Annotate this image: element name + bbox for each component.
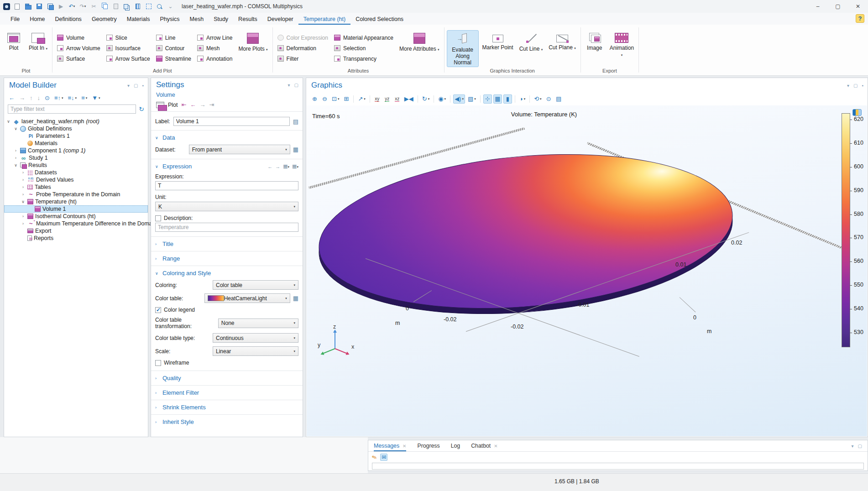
search-button[interactable] <box>156 3 163 10</box>
view-xz-icon[interactable]: xz <box>393 94 402 104</box>
model-tree-nodes-button[interactable]: ≡▾ <box>81 94 87 101</box>
cut-button[interactable]: ✂ <box>90 3 98 10</box>
wireframe-checkbox[interactable] <box>155 360 161 366</box>
run-button[interactable]: ▶ <box>57 3 65 10</box>
surface-button[interactable]: Surface <box>55 54 103 63</box>
move-down-button[interactable]: ↓ <box>37 94 41 101</box>
tab-colored-selections[interactable]: Colored Selections <box>350 13 408 25</box>
tab-chatbot[interactable]: Chatbot ✕ <box>471 440 497 451</box>
expression-input[interactable] <box>155 181 298 190</box>
material-appearance-button[interactable]: Material Appearance <box>332 33 396 42</box>
undo-button[interactable]: ↶▾ <box>68 3 76 10</box>
arrow-line-button[interactable]: Arrow Line <box>195 33 235 42</box>
transparency-button[interactable]: Transparency <box>332 54 396 63</box>
tab-log[interactable]: Log <box>451 440 460 451</box>
arrow-volume-button[interactable]: Arrow Volume <box>55 43 103 53</box>
panel-float-icon[interactable]: ▢ <box>134 83 138 88</box>
dataset-dropdown[interactable]: From parent ▾ <box>189 145 290 154</box>
chevron-right-icon[interactable]: › <box>13 148 18 153</box>
chevron-right-icon[interactable]: › <box>21 192 26 197</box>
message-window-icon[interactable]: ✉ <box>380 454 387 461</box>
expand-tree-button[interactable]: ≡↑▾ <box>54 94 63 101</box>
description-checkbox[interactable] <box>155 215 161 221</box>
tab-mesh[interactable]: Mesh <box>185 13 209 25</box>
replace-expression-icon[interactable]: ▦▾ <box>283 163 289 169</box>
tree-item-isothermal-contours[interactable]: › Isothermal Contours (ht) <box>4 213 148 220</box>
tab-messages[interactable]: Messages ✕ <box>374 440 406 451</box>
duplicate-button[interactable] <box>123 3 131 10</box>
clear-messages-icon[interactable]: ✎ <box>371 453 378 461</box>
image-button[interactable]: Image <box>583 30 606 52</box>
tab-file[interactable]: File <box>5 13 25 25</box>
more-plots-button[interactable]: More Plots ▾ <box>236 30 270 54</box>
select-box-button[interactable] <box>145 3 152 10</box>
tree-item-parameters[interactable]: Parameters 1 <box>4 132 148 140</box>
tree-item-component[interactable]: › Component 1 (comp 1) <box>4 147 148 154</box>
coloring-dropdown[interactable]: Color table ▾ <box>213 280 298 290</box>
section-shrink-elements-header[interactable]: › Shrink Elements <box>155 404 298 411</box>
plot-settings-icon[interactable] <box>852 109 862 116</box>
close-button[interactable]: ✕ <box>848 0 868 13</box>
chevron-down-icon[interactable]: ∨ <box>13 126 18 131</box>
section-range-header[interactable]: › Range <box>155 255 298 262</box>
tab-study[interactable]: Study <box>209 13 233 25</box>
arrow-surface-button[interactable]: Arrow Surface <box>104 54 152 63</box>
tab-home[interactable]: Home <box>25 13 50 25</box>
color-legend-checkbox[interactable] <box>155 307 161 313</box>
close-tab-icon[interactable]: ✕ <box>403 444 406 449</box>
tab-results[interactable]: Results <box>233 13 262 25</box>
panel-float-icon[interactable]: ▢ <box>853 83 858 88</box>
section-quality-header[interactable]: › Quality <box>155 375 298 381</box>
show-axes-toggle[interactable]: ⊹ <box>483 94 492 104</box>
forward-button[interactable]: → <box>19 94 25 101</box>
selection-button[interactable]: Selection <box>332 43 396 53</box>
tab-physics[interactable]: Physics <box>155 13 184 25</box>
tree-item-datasets[interactable]: › Datasets <box>4 169 148 176</box>
go-to-dataset-icon[interactable]: ▦ <box>293 146 298 153</box>
close-tab-icon[interactable]: ✕ <box>494 444 497 449</box>
plot-button[interactable]: Plot <box>2 30 25 52</box>
sound-icon[interactable]: ◀)▾ <box>453 94 465 104</box>
description-input[interactable] <box>155 223 298 232</box>
rotate-view-icon[interactable]: ↻▾ <box>421 94 431 104</box>
annotation-button[interactable]: Annotation <box>195 54 235 63</box>
section-element-filter-header[interactable]: › Element Filter <box>155 389 298 396</box>
transparency-view-icon[interactable]: ▧▾ <box>466 94 477 104</box>
cut-line-button[interactable]: Cut Line ▾ <box>517 30 545 54</box>
evaluate-along-normal-button[interactable]: Evaluate Along Normal <box>447 30 479 67</box>
plot-in-button[interactable]: Plot In ▾ <box>26 30 50 53</box>
tab-materials[interactable]: Materials <box>122 13 155 25</box>
contour-button[interactable]: Contour <box>154 43 193 53</box>
snapshot-icon[interactable]: ⊙ <box>544 94 553 104</box>
tab-progress[interactable]: Progress <box>417 440 439 451</box>
panel-pin-icon[interactable]: ▪ <box>862 83 863 88</box>
chevron-down-icon[interactable]: ∨ <box>13 163 18 167</box>
minimize-button[interactable]: – <box>808 0 828 13</box>
filter-button[interactable]: Filter <box>275 54 330 63</box>
tree-item-results[interactable]: ∨ Results <box>4 162 148 169</box>
tab-geometry[interactable]: Geometry <box>87 13 122 25</box>
help-button[interactable]: ? <box>856 14 864 23</box>
first-plot-icon[interactable]: ⇤ <box>182 101 187 108</box>
tree-item-tables[interactable]: › Tables <box>4 183 148 191</box>
chevron-right-icon[interactable]: › <box>13 156 18 160</box>
mirror-view-icon[interactable]: ▶◀ <box>403 94 415 104</box>
section-coloring-header[interactable]: ∨ Coloring and Style <box>155 270 298 277</box>
panel-float-icon[interactable]: ▢ <box>294 83 298 88</box>
panel-menu-icon[interactable]: ▾ <box>852 444 854 449</box>
update-plot-icon[interactable]: ⟲▾ <box>533 94 543 104</box>
panel-menu-icon[interactable]: ▾ <box>847 83 849 88</box>
zoom-box-icon[interactable]: ⊡▾ <box>330 94 340 104</box>
maximize-button[interactable]: ▢ <box>828 0 848 13</box>
tree-item-study[interactable]: › Study 1 <box>4 154 148 162</box>
refresh-icon[interactable]: ↻ <box>139 105 144 113</box>
chevron-right-icon[interactable]: › <box>21 170 26 175</box>
tree-item-reports[interactable]: Reports <box>4 235 148 242</box>
back-button[interactable]: ← <box>9 94 15 101</box>
next-plot-icon[interactable]: → <box>199 101 205 108</box>
panel-menu-icon[interactable]: ▾ <box>127 83 130 88</box>
tab-developer[interactable]: Developer <box>262 13 298 25</box>
chevron-right-icon[interactable]: › <box>21 178 26 182</box>
open-button[interactable] <box>24 3 32 10</box>
appearance-icon[interactable]: ◑▾ <box>518 94 527 104</box>
